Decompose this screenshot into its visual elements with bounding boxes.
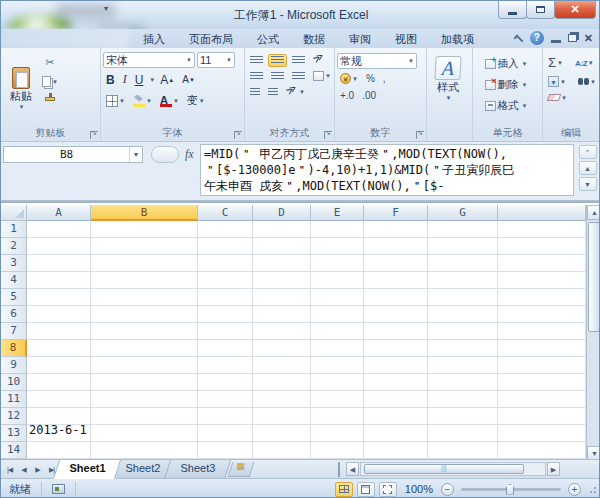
column-header-partial[interactable]	[498, 205, 586, 221]
column-header-F[interactable]: F	[364, 205, 428, 221]
sort-filter-button[interactable]: A↓Z▼	[572, 57, 597, 70]
center-button[interactable]	[268, 70, 287, 83]
row-header-9[interactable]: 9	[1, 357, 27, 374]
row-header-12[interactable]: 12	[1, 408, 27, 425]
grow-font-button[interactable]: A▲	[157, 71, 177, 89]
increase-decimal-button[interactable]: +.0	[337, 88, 357, 103]
align-left-button[interactable]	[247, 70, 266, 83]
clear-button[interactable]: ▼	[545, 92, 570, 103]
vertical-scrollbar[interactable]: ▲ ▼	[586, 205, 600, 461]
font-name-combo[interactable]: 宋体▼	[103, 52, 195, 68]
ribbon-tab-视图[interactable]: 视图	[383, 29, 429, 48]
formula-bar-collapse-icon[interactable]: ⌃	[579, 145, 597, 159]
row-header-8[interactable]: 8	[1, 340, 27, 357]
paste-button[interactable]: 粘贴 ▼	[3, 50, 39, 124]
formula-input[interactable]: =MID(＂ 甲乙丙丁戊己庚辛壬癸＂,MOD(TEXT(NOW(), ＂[$-1…	[200, 144, 574, 196]
merge-center-button[interactable]: ▼	[310, 69, 334, 83]
orientation-button[interactable]	[310, 53, 328, 67]
column-header-A[interactable]: A	[27, 205, 91, 221]
row-header-4[interactable]: 4	[1, 272, 27, 289]
accounting-format-button[interactable]: ¥▼	[337, 71, 361, 86]
page-break-view-button[interactable]	[379, 482, 397, 497]
row-header-7[interactable]: 7	[1, 323, 27, 340]
font-size-combo[interactable]: 11▼	[197, 52, 235, 68]
ribbon-tab-数据[interactable]: 数据	[291, 29, 337, 48]
phonetic-guide-button[interactable]: 变▼	[184, 91, 208, 110]
tab-split-handle[interactable]	[338, 462, 344, 477]
zoom-slider-thumb[interactable]	[506, 484, 514, 495]
column-header-B[interactable]: B	[91, 205, 198, 221]
insert-cells-button[interactable]: 插入▼	[475, 55, 537, 73]
format-cells-button[interactable]: 格式▼	[475, 97, 537, 115]
column-header-D[interactable]: D	[253, 205, 311, 221]
select-all-corner[interactable]	[1, 205, 27, 221]
row-header-2[interactable]: 2	[1, 238, 27, 255]
workbook-minimize-icon[interactable]	[551, 40, 561, 43]
column-header-C[interactable]: C	[198, 205, 253, 221]
workbook-restore-icon[interactable]	[568, 34, 577, 42]
macro-record-icon[interactable]	[52, 484, 65, 494]
font-dialog-launcher-icon[interactable]	[234, 131, 242, 139]
zoom-out-icon[interactable]: −	[441, 483, 454, 496]
grid-body[interactable]	[27, 221, 586, 461]
vertical-scroll-thumb[interactable]	[588, 222, 600, 332]
column-header-G[interactable]: G	[428, 205, 498, 221]
find-select-button[interactable]: ▼	[575, 76, 599, 87]
cell-styles-button[interactable]: A 样式 ▼	[429, 50, 467, 103]
ribbon-tab-插入[interactable]: 插入	[131, 29, 177, 48]
cut-button[interactable]: ✂	[39, 54, 61, 71]
row-header-5[interactable]: 5	[1, 289, 27, 306]
bold-button[interactable]: B	[103, 71, 118, 89]
ribbon-tab-公式[interactable]: 公式	[245, 29, 291, 48]
formula-scroll-up-icon[interactable]: ▲	[579, 161, 597, 175]
collapse-ribbon-icon[interactable]	[513, 35, 523, 45]
delete-cells-button[interactable]: 删除▼	[475, 76, 537, 94]
column-header-E[interactable]: E	[311, 205, 364, 221]
font-color-button[interactable]: A▼	[157, 93, 182, 109]
sheet-tab-Sheet1[interactable]: Sheet1	[53, 460, 121, 479]
decrease-indent-button[interactable]	[247, 86, 263, 99]
fill-button[interactable]: ▼▼	[545, 74, 569, 89]
clipboard-dialog-launcher-icon[interactable]	[90, 131, 98, 139]
name-box-dropdown-icon[interactable]: ▼	[129, 147, 142, 162]
number-dialog-launcher-icon[interactable]	[416, 131, 424, 139]
first-sheet-icon[interactable]: |◀	[3, 463, 16, 476]
minimize-button[interactable]	[498, 1, 527, 19]
name-box[interactable]: B8 ▼	[3, 146, 143, 163]
row-header-13[interactable]: 13	[1, 425, 27, 442]
scroll-up-icon[interactable]: ▲	[587, 205, 600, 220]
row-header-6[interactable]: 6	[1, 306, 27, 323]
fill-color-button[interactable]: ▼	[130, 93, 155, 109]
borders-button[interactable]: ▼	[103, 93, 128, 109]
help-icon[interactable]: ?	[530, 31, 544, 45]
ribbon-tab-审阅[interactable]: 审阅	[337, 29, 383, 48]
zoom-in-icon[interactable]: +	[568, 483, 581, 496]
shrink-font-button[interactable]: A▼	[179, 72, 198, 87]
alignment-dialog-launcher-icon[interactable]	[324, 131, 332, 139]
normal-view-button[interactable]	[335, 482, 353, 497]
increase-indent-button[interactable]	[265, 86, 281, 99]
page-layout-view-button[interactable]	[357, 482, 375, 497]
sheet-tab-Sheet3[interactable]: Sheet3	[164, 460, 231, 479]
insert-worksheet-icon[interactable]	[227, 462, 254, 477]
ribbon-tab-页面布局[interactable]: 页面布局	[177, 29, 245, 48]
prev-sheet-icon[interactable]: ◀	[17, 463, 30, 476]
maximize-button[interactable]	[526, 1, 555, 19]
scroll-left-icon[interactable]: ◀	[346, 462, 359, 476]
percent-style-button[interactable]: %	[363, 71, 378, 86]
row-header-3[interactable]: 3	[1, 255, 27, 272]
comma-style-button[interactable]: ,	[380, 71, 389, 86]
number-format-combo[interactable]: 常规▼	[337, 53, 417, 69]
cell-A1[interactable]: 2013-6-1	[29, 422, 91, 439]
align-top-button[interactable]	[247, 54, 266, 67]
zoom-slider[interactable]	[461, 488, 561, 491]
row-header-10[interactable]: 10	[1, 374, 27, 391]
zoom-level[interactable]: 100%	[405, 483, 433, 495]
scroll-right-icon[interactable]: ▶	[547, 462, 560, 476]
horizontal-scroll-thumb[interactable]	[364, 464, 524, 474]
decrease-decimal-button[interactable]: .00	[359, 88, 379, 103]
row-header-1[interactable]: 1	[1, 221, 27, 238]
autosum-button[interactable]: Σ▼	[545, 55, 566, 71]
wrap-text-button[interactable]: ▼	[283, 85, 308, 99]
row-header-11[interactable]: 11	[1, 391, 27, 408]
